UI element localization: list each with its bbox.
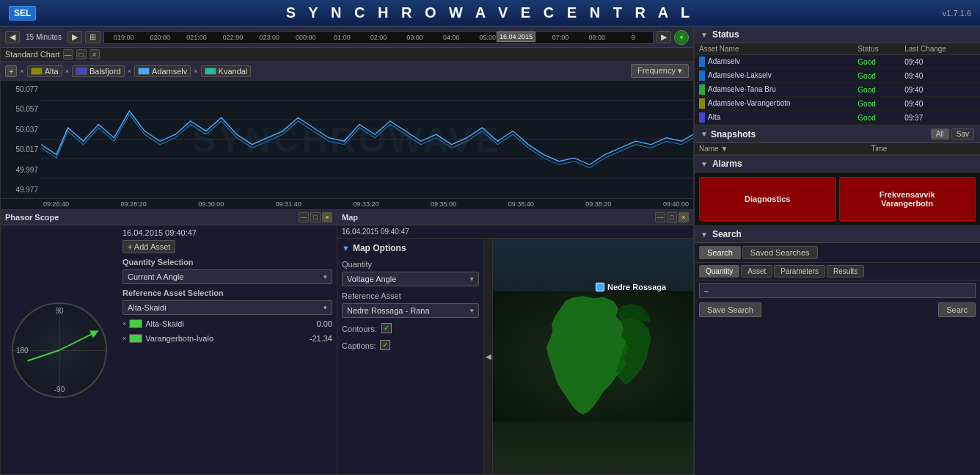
quantity-value: Current A Angle	[128, 272, 183, 281]
tl-label: 021:00	[178, 34, 215, 41]
asset-row-name-1: Alta-Skaidi	[145, 319, 304, 328]
search-go-btn[interactable]: Searc	[938, 302, 976, 317]
save-search-btn[interactable]: Save Search	[699, 302, 761, 317]
reference-dropdown[interactable]: Alta-Skaidi ▾	[122, 300, 332, 315]
phasor-dial: 90 180 -90	[12, 302, 107, 398]
table-row: Adamselve-Varangerbotn Good 09:40	[695, 97, 980, 111]
add-series-btn[interactable]: +	[5, 65, 17, 77]
chart-minimize-btn[interactable]: —	[63, 49, 73, 59]
asset-color-adamselv	[138, 68, 150, 75]
map-options-title: Map Options	[353, 242, 406, 255]
status-cell: Good	[853, 69, 900, 83]
asset-row-x-1[interactable]: ×	[122, 320, 126, 327]
asset-remove-adamselv[interactable]: ×	[128, 68, 131, 75]
map-datetime: 16.04.2015 09:40:47	[337, 225, 693, 239]
x-time: 09:33:20	[353, 200, 379, 208]
date-indicator: 16.04.2015	[497, 32, 535, 42]
search-subtab-results[interactable]: Results	[827, 265, 864, 278]
chart-close-btn[interactable]: ×	[89, 49, 100, 59]
tl-label: 9	[615, 34, 651, 41]
asset-row-x-2[interactable]: ×	[122, 335, 126, 342]
frequency-btn[interactable]: Frequency ▾	[631, 64, 689, 78]
next-btn[interactable]: ▶	[67, 31, 82, 43]
captions-row: Captions: ✓	[342, 338, 479, 352]
search-text-input[interactable]	[699, 283, 976, 298]
sel-badge[interactable]: SEL	[9, 6, 36, 21]
search-section: ▼ Search Search Saved Searches Quantity …	[695, 226, 980, 475]
map-quantity-arrow: ▾	[470, 275, 474, 283]
asset-row-val-1: 0.00	[307, 319, 332, 328]
asset-name-cell: Adamselve-Tana Bru	[695, 83, 853, 97]
grid-btn[interactable]: ⊞	[85, 31, 100, 43]
svg-line-5	[59, 332, 95, 349]
map-marker: Nedre Rossaga	[596, 283, 666, 291]
map-reference-dropdown[interactable]: Nedre Rossaga - Rana ▾	[342, 303, 479, 318]
phasor-max-btn[interactable]: □	[310, 212, 321, 222]
asset-color-bar	[699, 112, 705, 123]
prev-btn[interactable]: ◀	[5, 31, 20, 43]
table-row: Adamselve-Tana Bru Good 09:40	[695, 83, 980, 97]
lower-panels: Phasor Scope — □ × 90 180 -9	[0, 210, 694, 475]
snapshots-expand[interactable]: ▼	[701, 130, 708, 138]
timeline-labels: 019:00 020:00 021:00 022:00 023:00 000:0…	[104, 32, 653, 43]
map-min-btn[interactable]: —	[655, 212, 665, 222]
phasor-content: 90 180 -90	[1, 225, 337, 474]
search-input-row	[695, 280, 980, 301]
asset-remove-alta[interactable]: ×	[20, 68, 23, 75]
alarm-tile-frekvensavvik[interactable]: Frekvensavvik Varangerbotn	[839, 177, 976, 221]
status-section: ▼ Status Asset Name Status Last Change A…	[695, 26, 980, 126]
x-time: 09:31:40	[276, 200, 301, 208]
phasor-asset-row-1: × Alta-Skaidi 0.00	[122, 318, 332, 330]
tl-label: 08:00	[579, 34, 615, 41]
map-collapse-arrow[interactable]: ◀	[484, 239, 493, 474]
snap-col-name: Name ▼	[695, 143, 866, 155]
alarms-expand[interactable]: ▼	[701, 160, 708, 168]
alarms-content: Diagnostics Frekvensavvik Varangerbotn	[695, 173, 980, 225]
alarms-title: Alarms	[712, 159, 742, 169]
asset-row-val-2: -21.34	[307, 334, 332, 343]
map-max-btn[interactable]: □	[667, 212, 677, 222]
search-subtab-asset[interactable]: Asset	[741, 265, 772, 278]
app-header: SEL S Y N C H R O W A V E C E N T R A L …	[0, 0, 980, 26]
asset-color-bar	[699, 98, 705, 109]
x-time: 09:36:40	[508, 200, 534, 208]
captions-checkbox[interactable]: ✓	[380, 340, 390, 350]
forward-btn[interactable]: ▶	[657, 31, 671, 43]
add-asset-btn[interactable]: + Add Asset	[122, 240, 175, 253]
chart-maximize-btn[interactable]: □	[76, 49, 87, 59]
search-tab-search[interactable]: Search	[699, 246, 741, 259]
search-subtab-parameters[interactable]: Parameters	[774, 265, 825, 278]
alarm-tile-diagnostics[interactable]: Diagnostics	[699, 177, 836, 221]
tl-label: 022:00	[215, 34, 252, 41]
tl-label: 019:00	[106, 34, 142, 41]
asset-color-bar	[699, 57, 705, 67]
search-expand[interactable]: ▼	[701, 231, 708, 239]
search-subtab-quantity[interactable]: Quantity	[699, 265, 739, 278]
reference-value: Alta-Skaidi	[128, 303, 167, 312]
phasor-min-btn[interactable]: —	[299, 212, 309, 222]
snap-tab-all[interactable]: All	[931, 128, 949, 139]
map-quantity-dropdown[interactable]: Voltage Angle ▾	[342, 272, 479, 286]
status-header: ▼ Status	[695, 26, 980, 43]
status-expand[interactable]: ▼	[701, 31, 708, 39]
y-value: 49.997	[4, 166, 38, 174]
col-asset-name: Asset Name	[695, 43, 853, 55]
timeline-bar[interactable]: 16.04.2015 019:00 020:00 021:00 022:00 0…	[103, 31, 654, 44]
asset-remove-kvandal[interactable]: ×	[194, 68, 197, 75]
status-table: Asset Name Status Last Change Adamselv G…	[695, 43, 980, 125]
phasor-close-btn[interactable]: ×	[322, 212, 332, 222]
tl-label: 01:00	[324, 34, 361, 41]
snap-tab-save[interactable]: Sav	[951, 128, 974, 139]
phasor-controls-panel: 16.04.2015 09:40:47 + Add Asset Quantity…	[118, 225, 337, 474]
contours-checkbox[interactable]: ✓	[381, 323, 392, 333]
map-panel: Map — □ × 16.04.2015 09:40:47 ▼ Map Opti…	[337, 210, 694, 475]
status-cell: Good	[853, 97, 900, 111]
map-close-btn[interactable]: ×	[679, 212, 689, 222]
col-last-change: Last Change	[900, 43, 980, 55]
phasor-asset-row-2: × Varangerbotn-Ivalo -21.34	[122, 333, 332, 344]
asset-row-color-2	[129, 334, 142, 343]
search-tab-saved[interactable]: Saved Searches	[742, 246, 818, 259]
quantity-dropdown[interactable]: Current A Angle ▾	[122, 269, 332, 284]
asset-name-balsfjord: Balsfjord	[89, 67, 121, 76]
asset-remove-balsfjord[interactable]: ×	[65, 68, 69, 75]
